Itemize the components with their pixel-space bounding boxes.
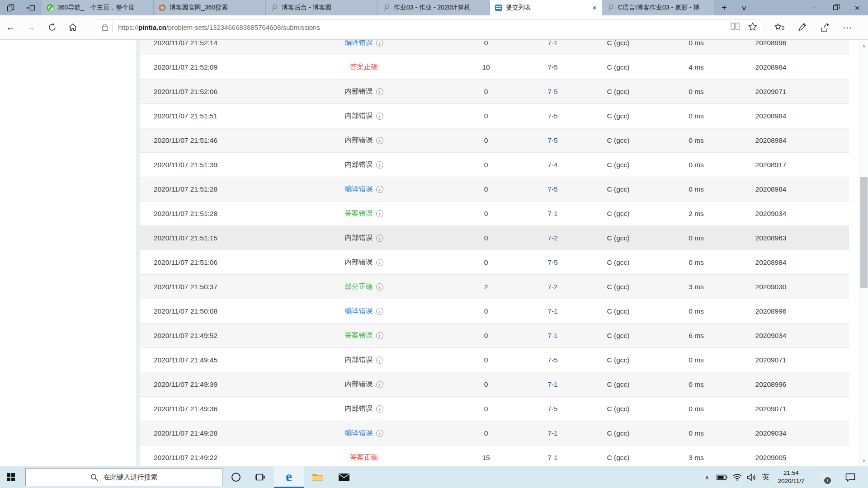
tab-360-nav[interactable]: 360导航_一个主页，整个世 [42,0,154,15]
submission-status: 内部错误 i [280,160,448,169]
submission-user-id: 20208996 [737,307,805,315]
network-tray-button[interactable] [731,466,743,488]
address-bar[interactable]: https://pintia.cn/problem-sets/132346668… [97,19,762,36]
problem-link[interactable]: 7-2 [547,234,557,242]
info-icon[interactable]: i [376,430,383,437]
page-scrollbar[interactable]: ∧ ∨ [859,40,868,466]
mail-envelope-icon [338,473,350,482]
table-row: 2020/11/07 21:51:06 内部错误 i 0 7-5 C (gcc)… [140,250,849,275]
share-button[interactable] [816,18,835,37]
submission-compiler: C (gcc) [581,356,656,364]
submission-status: 部分正确 i [280,282,448,291]
problem-link[interactable]: 7-5 [547,258,557,266]
problem-link[interactable]: 7-5 [547,112,557,120]
problem-link[interactable]: 7-5 [547,356,557,364]
problem-link[interactable]: 7-1 [547,40,557,47]
tab-close-icon[interactable]: × [591,4,598,12]
problem-link[interactable]: 7-1 [547,380,557,388]
info-icon[interactable]: i [376,186,383,193]
info-icon[interactable]: i [376,161,383,169]
info-icon[interactable]: i [376,357,383,364]
submission-user-id: 20208984 [737,112,805,120]
taskbar-clock[interactable]: 21:54 2020/11/7 [772,466,810,488]
info-icon[interactable]: i [376,308,383,315]
submission-time: 2020/11/07 21:52:06 [140,88,280,96]
back-button[interactable]: ← [0,17,21,38]
window-restore-button[interactable] [825,0,846,15]
cortana-button[interactable] [226,466,246,488]
refresh-button[interactable] [42,17,62,38]
problem-link[interactable]: 7-5 [547,88,557,95]
problem-link[interactable]: 7-1 [547,210,557,217]
problem-link[interactable]: 7-5 [547,63,557,71]
file-explorer-button[interactable] [307,466,329,488]
tab-list-dropdown-button[interactable]: ∨ [729,0,759,15]
im-tray-button[interactable]: IM 1 [813,466,835,488]
url-separator [112,23,113,33]
web-note-button[interactable] [793,18,812,37]
problem-link[interactable]: 7-1 [547,429,557,437]
problem-link[interactable]: 7-5 [547,136,557,144]
status-label: 答案正确 [350,453,378,462]
edge-icon: e [286,469,292,483]
info-icon[interactable]: i [376,259,383,266]
task-view-button[interactable] [250,466,270,488]
info-icon[interactable]: i [376,40,383,47]
battery-tray-button[interactable] [715,466,729,488]
problem-link[interactable]: 7-2 [547,283,557,291]
info-icon[interactable]: i [376,88,383,95]
info-icon[interactable]: i [376,283,383,291]
tab-cnblogs-admin[interactable]: 博客后台 - 博客园 [266,0,378,15]
scroll-up-arrow-icon[interactable]: ∧ [859,42,868,50]
scrollbar-thumb[interactable] [860,177,868,288]
set-tabs-aside-button[interactable] [0,0,21,15]
speaker-icon [747,474,757,481]
volume-tray-button[interactable] [745,466,759,488]
info-icon[interactable]: i [376,235,383,242]
tab-submission-list-active[interactable]: 提交列表 × [490,0,602,15]
more-options-button[interactable]: ⋯ [838,18,857,37]
tab-360-search[interactable]: 博客园官网_360搜索 [154,0,266,15]
restore-tabs-button[interactable] [21,0,42,15]
tab-homework-03[interactable]: 作业03 - 作业 - 2020计算机 [378,0,490,15]
scroll-down-arrow-icon[interactable]: ∨ [859,456,868,465]
reading-view-icon[interactable] [730,22,740,33]
submission-user-id: 20208984 [737,185,805,193]
info-icon[interactable]: i [376,113,383,120]
submission-status: 内部错误 i [280,380,448,389]
mail-button[interactable] [332,466,356,488]
info-icon[interactable]: i [376,210,383,217]
submission-time: 2020/11/07 21:51:39 [140,161,280,169]
ime-language-indicator[interactable]: 英 [760,466,772,488]
add-favorite-star-icon[interactable] [748,22,757,33]
submission-user-id: 20208984 [737,136,805,145]
taskbar-search-box[interactable]: 在此键入进行搜索 [25,468,222,486]
action-center-button[interactable] [840,466,861,488]
problem-link[interactable]: 7-1 [547,454,557,461]
info-icon[interactable]: i [376,405,383,413]
window-close-button[interactable]: × [846,0,868,15]
window-minimize-button[interactable] [803,0,825,15]
hub-icon [774,23,785,32]
tab-c-language-blog[interactable]: C语言I博客作业03 - 岚影 - 博 [602,0,714,15]
home-button[interactable] [62,17,83,38]
submission-status: 内部错误 i [280,404,448,413]
problem-link[interactable]: 7-1 [547,307,557,315]
taskbar-edge-button[interactable]: e [274,466,304,488]
info-icon[interactable]: i [376,332,383,339]
tray-show-hidden-icons-button[interactable]: ∧ [701,466,713,488]
info-icon[interactable]: i [376,137,383,144]
info-icon[interactable]: i [376,381,383,388]
hub-favorites-button[interactable] [770,18,789,37]
submission-user-id: 20208984 [737,258,805,267]
start-button[interactable] [0,466,22,488]
problem-link[interactable]: 7-5 [547,185,557,193]
submission-compiler: C (gcc) [581,63,656,71]
status-label: 内部错误 [345,136,373,145]
problem-link[interactable]: 7-4 [547,161,557,169]
submission-time: 2020/11/07 21:51:15 [140,234,280,242]
forward-button[interactable]: → [21,17,42,38]
windows-taskbar: 在此键入进行搜索 e ∧ 英 21:54 2020/11/7 I [0,466,868,488]
problem-link[interactable]: 7-5 [547,405,557,413]
problem-link[interactable]: 7-1 [547,332,557,339]
